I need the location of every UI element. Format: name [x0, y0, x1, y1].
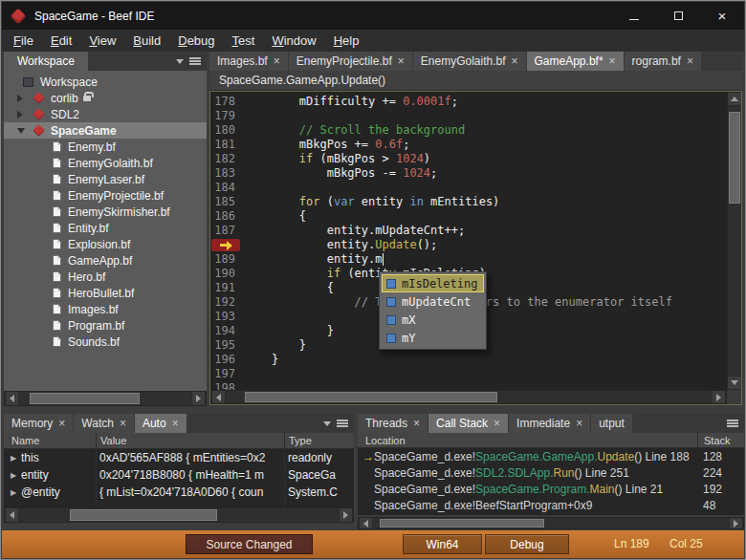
code-line-180[interactable]: 180 // Scroll the background	[210, 123, 727, 138]
code-line-197[interactable]: 197	[210, 367, 727, 381]
watch-row-entity[interactable]: ▶@entity{ mList=0x204'718A0D60 { counSys…	[4, 484, 354, 501]
close-tab-icon[interactable]: ×	[576, 418, 582, 429]
close-tab-icon[interactable]: ×	[172, 418, 179, 429]
watch-tab-memory[interactable]: Memory×	[4, 414, 73, 433]
callstack-frame[interactable]: SpaceGame_d.exe!SDL2.SDLApp.Run() Line 2…	[358, 464, 744, 481]
column-header-location[interactable]: Location	[358, 435, 697, 446]
callstack-scrollbar[interactable]	[358, 517, 744, 529]
panel-menu-icon[interactable]	[337, 420, 348, 427]
menu-edit[interactable]: Edit	[42, 31, 80, 51]
editor-vertical-scrollbar[interactable]	[727, 92, 741, 390]
scroll-right-button[interactable]	[339, 508, 353, 522]
autocomplete-item-my[interactable]: mY	[382, 329, 484, 347]
expand-arrow-icon[interactable]	[17, 111, 23, 118]
callstack-frame[interactable]: →SpaceGame_d.exe!SpaceGame.GameApp.Updat…	[358, 448, 744, 464]
watch-scrollbar[interactable]	[4, 507, 354, 523]
menu-build[interactable]: Build	[124, 31, 169, 51]
autocomplete-item-misdeleting[interactable]: mIsDeleting	[382, 274, 484, 292]
minimize-button[interactable]	[612, 2, 656, 30]
code-line-186[interactable]: 186 {	[210, 209, 727, 224]
editor-tab-enemyprojectile-bf[interactable]: EnemyProjectile.bf×	[289, 52, 412, 71]
callstack-tab-utput[interactable]: utput	[591, 414, 632, 433]
tree-item-enemylaser-bf[interactable]: EnemyLaser.bf	[4, 171, 207, 187]
collapse-arrow-icon[interactable]	[17, 128, 25, 134]
chevron-down-icon[interactable]	[176, 59, 184, 64]
scroll-right-button[interactable]	[191, 392, 206, 405]
scroll-thumb[interactable]	[729, 112, 740, 204]
tree-item-enemyprojectile-bf[interactable]: EnemyProjectile.bf	[4, 187, 207, 204]
menu-window[interactable]: Window	[263, 31, 324, 51]
watch-row-this[interactable]: ▶this0xAD'565AF888 { mEntities=0x2readon…	[4, 449, 354, 466]
watch-tab-watch[interactable]: Watch×	[74, 414, 134, 433]
scroll-left-button[interactable]	[359, 518, 373, 528]
workspace-scrollbar[interactable]	[4, 391, 207, 406]
code-line-183[interactable]: 183 mBkgPos -= 1024;	[210, 166, 727, 181]
tree-item-explosion-bf[interactable]: Explosion.bf	[4, 236, 207, 252]
callstack-tab-immediate[interactable]: Immediate×	[509, 414, 590, 433]
column-header-value[interactable]: Value	[96, 433, 284, 448]
close-tab-icon[interactable]: ×	[120, 418, 126, 429]
tree-item-gameapp-bf[interactable]: GameApp.bf	[4, 252, 207, 269]
expand-arrow-icon[interactable]	[17, 95, 23, 102]
code-line-187[interactable]: 187 entity.mUpdateCnt++;	[210, 224, 727, 238]
close-tab-icon[interactable]: ×	[274, 55, 280, 67]
scroll-thumb[interactable]	[30, 393, 140, 404]
scroll-down-button[interactable]	[728, 376, 741, 390]
editor-tab-enemygolaith-bf[interactable]: EnemyGolaith.bf×	[413, 52, 526, 71]
editor-tab-rogram-bf[interactable]: rogram.bf×	[625, 52, 701, 71]
scroll-right-button[interactable]	[712, 391, 726, 403]
panel-menu-icon[interactable]	[727, 420, 738, 427]
code-line-181[interactable]: 181 mBkgPos += 0.6f;	[210, 138, 727, 152]
menu-debug[interactable]: Debug	[169, 31, 223, 51]
close-tab-icon[interactable]: ×	[58, 418, 65, 429]
tree-item-enemyskirmisher-bf[interactable]: EnemySkirmisher.bf	[4, 204, 207, 220]
scroll-up-button[interactable]	[728, 92, 741, 106]
tree-item-hero-bf[interactable]: Hero.bf	[4, 269, 207, 285]
code-line-179[interactable]: 179	[210, 109, 727, 123]
workspace-tab[interactable]: Workspace	[4, 52, 88, 71]
expand-icon[interactable]: ▶	[4, 471, 21, 480]
callstack-tab-threads[interactable]: Threads×	[358, 414, 428, 433]
tree-item-corlib[interactable]: corlib	[4, 90, 207, 106]
editor-tab-gameapp-bf[interactable]: GameApp.bf*×	[527, 52, 624, 71]
scroll-left-button[interactable]	[5, 392, 19, 405]
scroll-thumb[interactable]	[380, 519, 543, 528]
menu-test[interactable]: Test	[224, 31, 264, 51]
code-line-198[interactable]: 198	[210, 381, 727, 390]
code-line-189[interactable]: 189 entity.m	[210, 252, 727, 267]
panel-menu-icon[interactable]	[189, 57, 201, 65]
close-tab-icon[interactable]: ×	[609, 55, 616, 67]
code-line-184[interactable]: 184	[210, 181, 727, 195]
menu-file[interactable]: File	[5, 31, 42, 51]
code-line-196[interactable]: 196 }	[210, 353, 727, 367]
tree-item-images-bf[interactable]: Images.bf	[4, 301, 207, 317]
scroll-thumb[interactable]	[245, 392, 497, 402]
scroll-left-button[interactable]	[211, 391, 226, 403]
autocomplete-item-mupdatecnt[interactable]: mUpdateCnt	[382, 292, 484, 311]
expand-icon[interactable]: ▶	[4, 488, 21, 497]
close-tab-icon[interactable]: ×	[687, 55, 693, 67]
code-line-182[interactable]: 182 if (mBkgPos > 1024)	[210, 152, 727, 166]
callstack-tab-call-stack[interactable]: Call Stack×	[428, 414, 508, 433]
source-changed-button[interactable]: Source Changed	[186, 534, 313, 554]
close-tab-icon[interactable]: ×	[398, 55, 405, 67]
column-header-stack[interactable]: Stack	[697, 433, 744, 447]
maximize-button[interactable]	[656, 2, 700, 30]
scroll-right-button[interactable]	[729, 518, 743, 528]
watch-row-entity[interactable]: ▶entity0x204'718B8080 { mHealth=1 mSpace…	[4, 466, 354, 484]
column-header-type[interactable]: Type	[284, 433, 354, 448]
menu-view[interactable]: View	[80, 31, 124, 51]
close-tab-icon[interactable]: ×	[494, 418, 500, 429]
code-line-178[interactable]: 178 mDifficulty += 0.0001f;	[210, 95, 727, 109]
callstack-frame[interactable]: SpaceGame_d.exe!SpaceGame.Program.Main()…	[358, 481, 744, 497]
tree-item-spacegame[interactable]: SpaceGame	[4, 122, 207, 139]
close-button[interactable]: ×	[700, 2, 744, 30]
tree-item-workspace[interactable]: Workspace	[4, 74, 207, 90]
menu-help[interactable]: Help	[325, 31, 368, 51]
expand-icon[interactable]: ▶	[4, 454, 21, 463]
breadcrumb[interactable]: SpaceGame.GameApp.Update()	[209, 71, 742, 91]
platform-dropdown[interactable]: Win64	[403, 534, 482, 554]
close-tab-icon[interactable]: ×	[512, 55, 518, 67]
code-line-188[interactable]: 188 entity.Update();	[210, 238, 727, 252]
tree-item-enemy-bf[interactable]: Enemy.bf	[4, 139, 207, 155]
